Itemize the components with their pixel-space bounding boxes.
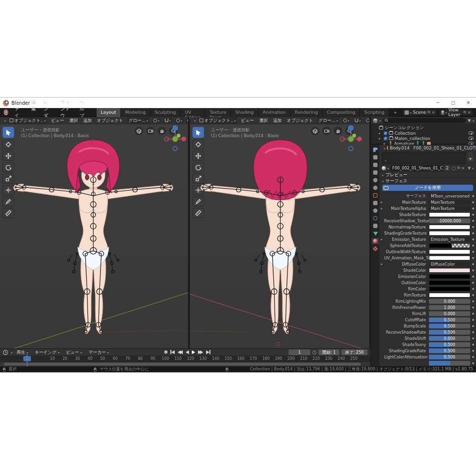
workspace-tab-Shading[interactable]: Shading (231, 108, 258, 117)
property-dropdown[interactable]: Emission_Texture (429, 237, 470, 242)
color-swatch[interactable] (429, 225, 470, 229)
timeline-editor-icon[interactable] (3, 350, 8, 355)
delete-scene-button[interactable]: ✕ (432, 110, 435, 115)
properties-tab-data[interactable] (372, 230, 379, 237)
maximize-button[interactable]: ▢ (446, 98, 461, 108)
frame-end-field[interactable]: 終了: 250 (341, 349, 367, 355)
next-keyframe-button[interactable] (198, 350, 203, 354)
workspace-tab-Layout[interactable]: Layout (97, 108, 121, 117)
material-filter-icon[interactable]: ▼ (468, 166, 471, 170)
expand-icon[interactable]: ▸ (379, 262, 384, 266)
animate-property-dot[interactable] (472, 331, 474, 333)
proportional-edit-toggle[interactable]: ▾ (365, 118, 369, 123)
breadcrumb-material[interactable]: F00_002_01_Shoes_01_CLOTH (414, 146, 476, 150)
new-scene-button[interactable]: ⧉ (427, 110, 430, 115)
filter-icon[interactable]: ▼ (468, 119, 471, 123)
animate-property-dot[interactable] (472, 362, 474, 364)
jump-to-end-button[interactable] (206, 350, 210, 354)
workspace-tab-Scripting[interactable]: Scripting (360, 108, 389, 117)
fake-user-icon[interactable]: ◯ (451, 166, 456, 170)
mode-selector[interactable]: オブジェクト..▾ (198, 117, 237, 124)
viewport-3d-left[interactable]: ▾オブジェクト..▾ビュー選択追加オブジェクトグロー...▾▾▾▾▾▾▾ユーザー… (0, 117, 189, 348)
close-button[interactable]: ✕ (461, 98, 476, 108)
animate-property-dot[interactable] (472, 201, 474, 203)
color-swatch[interactable] (429, 268, 470, 273)
properties-tab-scene[interactable] (372, 177, 379, 183)
pivot-point-selector[interactable]: ▾ (342, 118, 351, 123)
property-slider[interactable]: 0.500 (429, 330, 470, 335)
outliner-row-シーンコレクション[interactable]: シーンコレクション (371, 125, 476, 130)
timeline-scrollbar[interactable] (4, 363, 361, 366)
color-swatch-alpha[interactable] (429, 243, 470, 248)
property-slider[interactable] (429, 361, 470, 366)
eye-icon[interactable] (468, 131, 474, 135)
workspace-tab-Compositing[interactable]: Compositing (323, 108, 360, 117)
viewport-menu-追加[interactable]: 追加 (271, 118, 283, 124)
gizmo-toggle[interactable]: ▾ (186, 118, 188, 123)
viewport-menu-オブジェクト[interactable]: オブジェクト (95, 118, 124, 124)
animate-property-dot[interactable] (472, 245, 474, 247)
properties-tab-world[interactable] (372, 185, 379, 191)
properties-tab-output[interactable] (372, 162, 379, 168)
expand-icon[interactable]: ▸ (379, 238, 384, 241)
properties-tab-modifiers[interactable] (372, 200, 379, 206)
animate-property-dot[interactable] (472, 294, 474, 296)
property-slider[interactable]: 0.500 (429, 355, 470, 359)
color-swatch[interactable] (429, 287, 470, 291)
workspace-tab-Sculpting[interactable]: Sculpting (150, 108, 180, 117)
animate-property-dot[interactable] (472, 220, 474, 222)
record-button[interactable] (164, 350, 168, 354)
workspace-tab-Texture Paint[interactable]: Texture Paint (205, 108, 231, 117)
minimize-button[interactable]: ─ (430, 98, 446, 108)
expand-icon[interactable]: ▸ (379, 137, 382, 140)
mode-selector[interactable]: オブジェクト..▾ (8, 117, 47, 124)
animate-property-dot[interactable] (472, 337, 474, 339)
property-slider[interactable]: 0.500 (429, 317, 470, 322)
viewport-menu-追加[interactable]: 追加 (81, 118, 93, 124)
material-name-field[interactable]: F00_002_01_Shoes_01_CLOTH (390, 165, 443, 171)
property-number-field[interactable]: 1.000 (429, 305, 470, 310)
timeline-track-area[interactable] (0, 362, 370, 367)
property-slider[interactable]: 0.000 (429, 336, 470, 341)
animate-property-dot[interactable] (472, 232, 474, 234)
animate-property-dot[interactable] (472, 300, 474, 302)
property-number-field[interactable]: 0.000 (429, 299, 470, 304)
collection-checkbox[interactable]: ✓ (384, 137, 387, 140)
eye-icon[interactable] (468, 137, 474, 140)
character-back-view[interactable] (193, 134, 368, 343)
current-frame-field[interactable]: 1 (288, 349, 310, 355)
properties-tab-particles[interactable] (372, 208, 379, 214)
use-nodes-button[interactable]: ノードを使用 (382, 185, 473, 191)
animate-property-dot[interactable] (472, 356, 474, 358)
panel-preview[interactable]: ▸ プレビュー (379, 171, 476, 178)
animate-property-dot[interactable] (472, 257, 474, 259)
property-dropdown[interactable]: MToon_unversioned (429, 194, 470, 198)
property-number-field[interactable]: -10000.000 (429, 218, 470, 223)
slot-specials-button[interactable]: ▼ (467, 156, 474, 161)
animate-property-dot[interactable] (472, 214, 474, 216)
viewport-menu-選択[interactable]: 選択 (258, 118, 269, 124)
properties-tab-tool[interactable] (372, 147, 379, 153)
blender-menu-icon[interactable] (4, 109, 8, 115)
workspace-tab-UV Editing[interactable]: UV Editing (180, 108, 205, 117)
outliner-row-Collection[interactable]: ▸✓Collection (371, 130, 476, 136)
timeline-ruler[interactable]: 1 10203040506070809010011012013014015016… (0, 356, 370, 362)
view-layer-selector[interactable]: ▾ View Layer ⧉ ✕ (439, 109, 473, 116)
color-swatch[interactable] (429, 231, 470, 236)
properties-tab-view-layer[interactable] (372, 169, 379, 176)
property-slider[interactable]: 0.500 (429, 348, 470, 353)
jump-to-start-button[interactable] (170, 350, 175, 354)
animate-property-dot[interactable] (472, 208, 474, 209)
material-slot-list[interactable]: ＋ (382, 152, 466, 164)
panel-surface[interactable]: ▾ サーフェス (379, 178, 476, 184)
workspace-tab-Rendering[interactable]: Rendering (290, 108, 323, 117)
color-swatch[interactable] (429, 256, 470, 260)
pivot-point-selector[interactable]: ▾ (152, 118, 161, 123)
viewport-menu-選択[interactable]: 選択 (68, 118, 79, 124)
expand-icon[interactable]: ▸ (379, 200, 384, 204)
animate-property-dot[interactable] (472, 350, 474, 352)
character-front-view[interactable] (6, 134, 181, 343)
animate-property-dot[interactable] (472, 251, 474, 253)
new-material-icon[interactable]: ⧉ (457, 166, 460, 170)
prev-keyframe-button[interactable] (178, 350, 183, 354)
